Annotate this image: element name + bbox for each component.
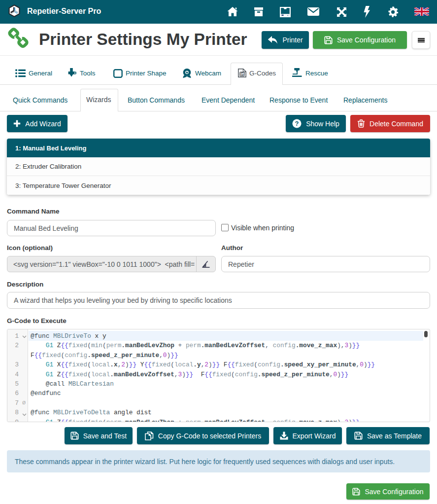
svg-text:G: G xyxy=(240,72,243,76)
svg-text:?: ? xyxy=(295,120,299,127)
